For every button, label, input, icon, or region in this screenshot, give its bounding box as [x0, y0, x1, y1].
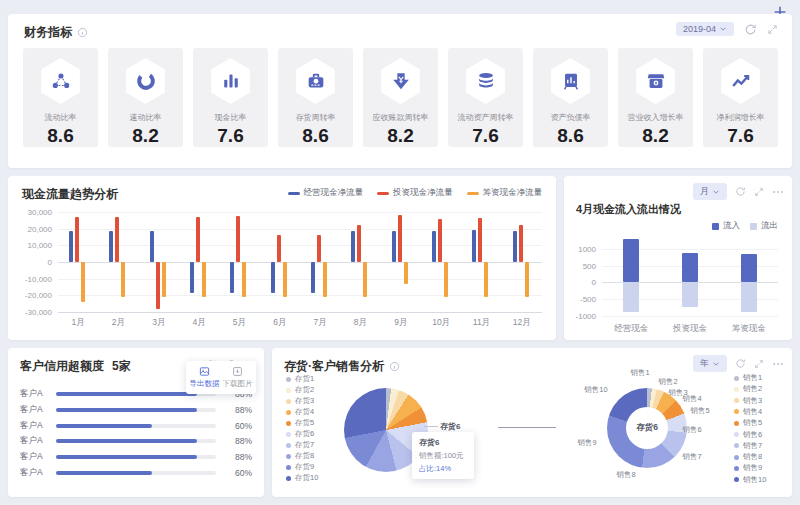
expand-icon[interactable] [767, 24, 778, 35]
flow-bar[interactable] [623, 282, 639, 311]
legend-item[interactable]: 流入 [712, 220, 740, 232]
flow-bar[interactable] [682, 253, 698, 283]
legend-item[interactable]: 存货5 [286, 418, 314, 428]
trend-bar[interactable] [398, 215, 402, 263]
legend-item[interactable]: 销售3 [734, 396, 762, 406]
legend-item[interactable]: 销售8 [734, 452, 762, 462]
kpi-card[interactable]: 存货周转率8.6 [278, 48, 353, 147]
info-icon[interactable] [389, 361, 400, 372]
period-selector[interactable]: 年 [693, 355, 727, 372]
credit-bar-track[interactable] [56, 471, 216, 475]
kpi-card[interactable]: 现金比率7.6 [193, 48, 268, 147]
info-icon[interactable] [77, 27, 88, 38]
trend-bar[interactable] [162, 262, 166, 297]
trend-bar[interactable] [357, 225, 361, 262]
download-image-button[interactable]: 下载图片 [221, 366, 254, 389]
trend-bar[interactable] [392, 231, 396, 262]
legend-item[interactable]: 销售5 [734, 418, 762, 428]
kpi-card[interactable]: 营业收入增长率8.2 [618, 48, 693, 147]
trend-bar[interactable] [311, 262, 315, 293]
legend-item[interactable]: 存货1 [286, 374, 314, 384]
kpi-card[interactable]: 速动比率8.2 [108, 48, 183, 147]
legend-item[interactable]: 投资现金净流量 [377, 187, 453, 199]
export-data-button[interactable]: 导出数据 [188, 366, 221, 389]
sales-donut-chart[interactable]: 存货6 [607, 388, 687, 468]
trend-bar[interactable] [317, 235, 321, 263]
credit-bar-track[interactable] [56, 408, 216, 412]
legend-item[interactable]: 销售10 [734, 475, 766, 485]
trend-bar[interactable] [323, 262, 327, 297]
trend-bar[interactable] [351, 231, 355, 262]
trend-bar[interactable] [519, 225, 523, 262]
refresh-icon[interactable] [735, 186, 746, 197]
credit-bar-track[interactable] [56, 455, 216, 459]
more-icon[interactable] [772, 186, 784, 198]
coins-icon [464, 58, 508, 104]
trend-bar[interactable] [271, 262, 275, 293]
period-selector[interactable]: 月 [693, 183, 727, 200]
expand-icon[interactable] [754, 359, 764, 369]
legend-item[interactable]: 存货10 [286, 473, 318, 483]
legend-item[interactable]: 存货3 [286, 396, 314, 406]
trend-bar[interactable] [432, 231, 436, 262]
trend-bar[interactable] [242, 262, 246, 297]
trend-bar[interactable] [230, 262, 234, 293]
trend-bar[interactable] [478, 218, 482, 262]
trend-bar[interactable] [75, 217, 79, 262]
legend-item[interactable]: 存货6 [286, 429, 314, 439]
trend-bar[interactable] [513, 231, 517, 262]
trend-bar[interactable] [202, 262, 206, 297]
legend-item[interactable]: 存货2 [286, 385, 314, 395]
refresh-icon[interactable] [744, 23, 757, 36]
legend-item[interactable]: 销售2 [734, 384, 762, 394]
flow-bar[interactable] [741, 254, 757, 283]
kpi-card[interactable]: 应收账款周转率8.2 [363, 48, 438, 147]
legend-item[interactable]: 经营现金净流量 [288, 187, 364, 199]
trend-bar[interactable] [525, 262, 529, 297]
trend-bar[interactable] [277, 235, 281, 263]
legend-item[interactable]: 销售7 [734, 441, 762, 451]
flow-bar[interactable] [741, 282, 757, 311]
trend-bar[interactable] [363, 262, 367, 297]
credit-bar-track[interactable] [56, 424, 216, 428]
trend-bar[interactable] [444, 262, 448, 297]
trend-bar[interactable] [196, 217, 200, 262]
kpi-card[interactable]: 净利润增长率7.6 [703, 48, 778, 147]
credit-bar-fill [56, 408, 197, 412]
legend-item[interactable]: 存货8 [286, 451, 314, 461]
flow-bar[interactable] [623, 239, 639, 283]
trend-bar[interactable] [438, 219, 442, 262]
kpi-card[interactable]: 流动资产周转率7.6 [448, 48, 523, 147]
legend-item[interactable]: 存货9 [286, 462, 314, 472]
trend-bar[interactable] [150, 231, 154, 262]
kpi-card[interactable]: 资产负债率8.6 [533, 48, 608, 147]
trend-bar[interactable] [121, 262, 125, 297]
trend-bar[interactable] [69, 231, 73, 262]
date-selector[interactable]: 2019-04 [676, 22, 734, 36]
legend-item[interactable]: 销售4 [734, 407, 762, 417]
legend-item[interactable]: 存货7 [286, 440, 314, 450]
trend-bar[interactable] [109, 231, 113, 262]
trend-bar[interactable] [81, 262, 85, 302]
expand-icon[interactable] [754, 187, 764, 197]
trend-bar[interactable] [190, 262, 194, 293]
legend-item[interactable]: 销售9 [734, 463, 762, 473]
legend-item[interactable]: 销售1 [734, 373, 762, 383]
trend-bar[interactable] [484, 262, 488, 297]
legend-item[interactable]: 筹资现金净流量 [467, 187, 543, 199]
legend-item[interactable]: 存货4 [286, 407, 314, 417]
trend-bar[interactable] [236, 216, 240, 262]
refresh-icon[interactable] [735, 358, 746, 369]
flow-bar[interactable] [682, 282, 698, 306]
trend-bar[interactable] [115, 217, 119, 262]
trend-bar[interactable] [472, 230, 476, 262]
legend-item[interactable]: 销售6 [734, 430, 762, 440]
credit-bar-track[interactable] [56, 439, 216, 443]
kpi-card[interactable]: 流动比率8.6 [23, 48, 98, 147]
trend-bar[interactable] [156, 262, 160, 309]
credit-customer-name: 客户A [20, 451, 56, 463]
legend-item[interactable]: 流出 [750, 220, 778, 232]
trend-bar[interactable] [283, 262, 287, 297]
more-icon[interactable] [772, 358, 784, 370]
trend-bar[interactable] [404, 262, 408, 284]
